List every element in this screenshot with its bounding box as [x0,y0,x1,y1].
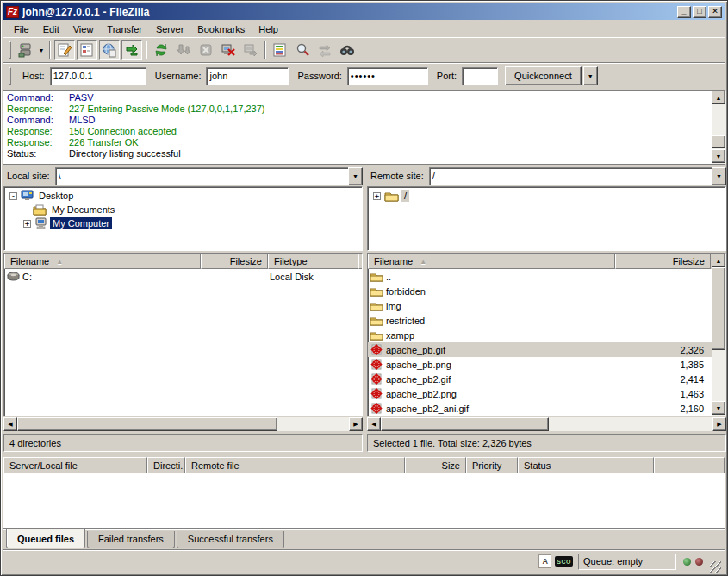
remote-list-hscrollbar[interactable]: ◀ ▶ [367,417,726,431]
log-line-type: Status: [7,148,69,160]
tab-successful-transfers[interactable]: Successful transfers [177,531,284,548]
remote-site-input[interactable] [429,167,712,185]
collapse-icon[interactable]: - [9,192,17,200]
close-button[interactable]: ✕ [708,6,722,18]
column-header-status[interactable]: Status [518,457,654,473]
tree-item-my-computer[interactable]: + My Computer [4,216,362,230]
toolbar: ▼ [3,37,725,62]
tree-item-root[interactable]: + / [368,189,725,203]
process-queue-icon[interactable] [173,40,194,60]
remote-directory-tree[interactable]: + / [367,186,726,251]
column-header-filename[interactable]: Filename▲ [4,254,201,269]
quickconnect-button[interactable]: Quickconnect [505,66,582,85]
toolbar-gripper[interactable] [9,41,11,59]
log-scrollbar[interactable]: ▲ ▼ [712,91,726,164]
column-header-filesize[interactable]: Filesize [615,254,711,269]
log-line-type: Command: [7,115,69,126]
local-site-input[interactable] [55,167,348,185]
queue-tabs: Queued files Failed transfers Successful… [3,529,725,550]
column-header-direction[interactable]: Directi... [147,457,185,473]
column-header-filename[interactable]: Filename▲ [368,254,615,269]
file-size: 1,463 [615,389,711,399]
tab-failed-transfers[interactable]: Failed transfers [87,531,175,548]
synchronized-browsing-icon[interactable] [314,40,335,60]
toggle-remote-tree-icon[interactable] [99,40,120,60]
status-badge-icon[interactable]: SCO [555,556,573,567]
quickconnect-dropdown-icon[interactable]: ▼ [583,66,598,85]
site-manager-dropdown-icon[interactable]: ▼ [36,40,47,60]
menu-item[interactable]: Edit [36,22,66,36]
toggle-message-log-icon[interactable] [54,40,75,60]
remote-file-row[interactable]: apache_pb2_ani.gif 2,160 [368,401,725,416]
disconnect-icon[interactable] [218,40,239,60]
tree-item-desktop[interactable]: - Desktop [4,189,362,203]
file-name: forbidden [386,286,426,297]
cancel-operation-icon[interactable] [196,40,216,60]
queue-list[interactable] [3,473,725,529]
file-size: 1,385 [615,360,711,370]
maximize-button[interactable]: □ [693,6,706,18]
tab-queued-files[interactable]: Queued files [6,529,85,548]
transfer-type-indicator-icon[interactable]: A [538,554,551,568]
username-input[interactable] [206,67,289,85]
tree-item-my-documents[interactable]: My Documents [4,203,362,216]
toggle-local-tree-icon[interactable] [77,40,97,60]
titlebar[interactable]: Fz john@127.0.0.1 - FileZilla _ □ ✕ [3,3,725,20]
log-line: Response:150 Connection accepted [7,126,725,137]
toggle-queue-icon[interactable] [121,40,142,60]
local-file-list[interactable]: Filename▲ Filesize Filetype L C: Local D… [3,253,363,416]
reconnect-icon[interactable] [240,40,261,60]
quickbar-gripper[interactable] [9,67,11,85]
remote-file-row[interactable]: .. [368,269,725,284]
column-header-filetype[interactable]: Filetype [268,254,358,269]
remote-file-row[interactable]: forbidden [368,284,725,298]
minimize-button[interactable]: _ [677,6,691,18]
menu-item[interactable]: Bookmarks [190,22,252,36]
remote-site-dropdown-icon[interactable]: ▼ [712,167,726,185]
message-log[interactable]: Command:PASV Response:227 Entering Passi… [3,90,725,165]
find-files-icon[interactable] [337,40,358,60]
quickconnect-bar: Host: Username: Password: Port: Quickcon… [3,62,725,89]
remote-file-list[interactable]: Filename▲ Filesize .. [367,253,726,416]
file-name: img [386,301,401,311]
resize-grip[interactable] [710,561,721,573]
menu-item[interactable]: File [7,22,36,36]
remote-file-row[interactable]: xampp [368,328,725,342]
refresh-icon[interactable] [151,40,171,60]
file-size: 2,414 [615,374,711,385]
remote-file-row[interactable]: apache_pb.gif 2,326 [368,342,725,357]
remote-file-row[interactable]: apache_pb2.png 1,463 [368,386,725,401]
expand-icon[interactable]: + [373,192,381,200]
host-input[interactable] [50,67,146,85]
expand-icon[interactable]: + [23,220,31,228]
menu-item[interactable]: Help [252,22,285,36]
local-directory-tree[interactable]: - Desktop My Documents + My Computer [3,186,363,251]
column-header-server-local-file[interactable]: Server/Local file [3,457,147,473]
column-header-remote-file[interactable]: Remote file [185,457,405,473]
remote-list-scrollbar[interactable]: ▲ ▼ [712,254,726,416]
local-list-hscrollbar[interactable]: ◀ ▶ [3,417,363,431]
menu-item[interactable]: View [66,22,101,36]
remote-file-row[interactable]: apache_pb.png 1,385 [368,357,725,372]
log-line-type: Response: [7,103,69,115]
local-file-row[interactable]: C: Local Disk [4,269,362,284]
filter-icon[interactable] [292,40,313,60]
file-type-icon [370,344,383,355]
file-type-icon [370,330,383,341]
file-type-icon [370,301,383,311]
file-type-icon [370,359,383,370]
menu-item[interactable]: Server [149,22,190,36]
remote-file-row[interactable]: img [368,298,725,313]
column-header-filesize[interactable]: Filesize [201,254,268,269]
menu-item[interactable]: Transfer [100,22,149,36]
password-input[interactable] [347,67,428,85]
remote-file-row[interactable]: restricted [368,313,725,328]
column-header-size[interactable]: Size [405,457,466,473]
column-header-last-modified[interactable]: L [358,254,363,269]
port-input[interactable] [462,67,498,85]
site-manager-icon[interactable] [15,40,35,60]
directory-comparison-icon[interactable] [270,40,290,60]
column-header-priority[interactable]: Priority [466,457,518,473]
remote-file-row[interactable]: apache_pb2.gif 2,414 [368,372,725,386]
local-site-dropdown-icon[interactable]: ▼ [348,167,363,185]
